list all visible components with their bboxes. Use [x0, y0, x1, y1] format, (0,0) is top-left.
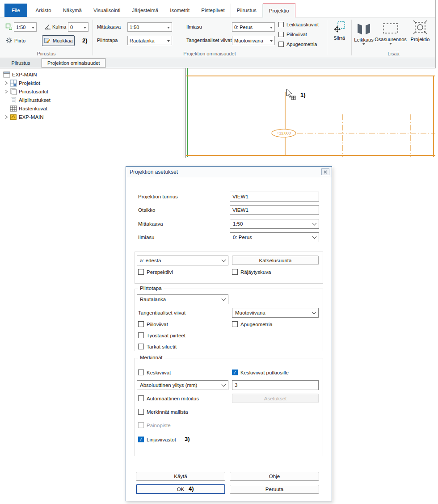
automaattinen-mitoitus-checkbox[interactable]: Automaattinen mitoitus [138, 395, 199, 401]
dialog-title: Projektion asetukset [130, 167, 178, 177]
ylitys-select[interactable]: Absoluuttinen ylitys (mm) [137, 380, 228, 390]
rajaytyskuva-checkbox[interactable]: Räjäytyskuva [232, 269, 271, 275]
peruuta-button[interactable]: Peruuta [230, 485, 319, 494]
checkbox-box [138, 269, 144, 275]
muokkaa-button[interactable]: Muokkaa [42, 35, 75, 46]
tangentiaaliset-label: Tangentiaaliset viivat [138, 308, 185, 318]
katselusuunta-select[interactable]: a: edestä [137, 256, 228, 265]
piiloviivat-checkbox[interactable]: Piiloviivat [278, 32, 307, 37]
menu-tab-projektio-active[interactable]: Projektio [263, 3, 295, 17]
otsikko-label: Otsikko [138, 205, 155, 215]
ilmiasu-combo[interactable]: 0: Perus [232, 22, 275, 32]
checkbox-box [232, 321, 238, 327]
linjaviivastot-checkbox[interactable]: Linjaviivastot [138, 437, 176, 442]
perspektiivi-checkbox[interactable]: Perspektiivi [138, 269, 173, 275]
menu-tab-piirustus[interactable]: Piirustus [231, 4, 263, 17]
otsikko-input[interactable] [230, 205, 319, 215]
chevron-right-icon[interactable] [3, 81, 10, 85]
tree-item-projektiot[interactable]: Projektiot [0, 79, 184, 87]
dropdown-arrow-icon [389, 43, 392, 46]
tab-piirustus[interactable]: Piirustus [0, 58, 42, 68]
menu-tab-pistepilvet[interactable]: Pistepilvet [195, 4, 230, 17]
siirra-label: Siirrä [333, 35, 345, 41]
keskiviivat-putkiosille-checkbox[interactable]: Keskiviivat putkiosille [232, 370, 289, 375]
tangentiaaliset-combo[interactable]: Muotoviivana [232, 36, 275, 45]
drawing-scale-combo[interactable]: 1:50 [14, 22, 37, 32]
menubar: File Arkisto Näkymä Visualisointi Järjes… [0, 0, 435, 17]
ilmiasu-value: 0: Perus [234, 25, 269, 30]
tangentiaaliset-value: Muotoviivana [235, 310, 312, 315]
keskiviivat-checkbox[interactable]: Keskiviivat [138, 370, 171, 375]
katselusuunta-button[interactable]: Katselusuunta [232, 256, 319, 265]
tab-projektion-ominaisuudet[interactable]: Projektion ominaisuudet [42, 58, 105, 68]
ohje-button[interactable]: Ohje [230, 472, 319, 481]
ylitys-mm-input[interactable] [232, 380, 319, 390]
move-arrows-icon [333, 21, 345, 34]
leikkaus-label: Leikkaus [354, 37, 373, 42]
mittakaava-select[interactable]: 1:50 [230, 219, 319, 229]
projektion-asetukset-dialog: Projektion asetukset Projektion tunnus O… [126, 166, 332, 501]
apugeometria-checkbox[interactable]: Apugeometria [232, 321, 273, 327]
kulma-label: Kulma [52, 22, 66, 32]
checkbox-box [278, 42, 284, 47]
tangentiaaliset-select[interactable]: Muotoviivana [232, 308, 319, 318]
kulma-value: 0 [70, 25, 82, 30]
menu-tab-arkisto[interactable]: Arkisto [30, 4, 57, 17]
piiloviivat-checkbox[interactable]: Piiloviivat [138, 321, 168, 327]
tree-item-rasterikuvat[interactable]: Rasterikuvat [0, 104, 184, 113]
apugeometria-checkbox[interactable]: Apugeometria [278, 42, 317, 47]
drawing-canvas[interactable]: +12.000 1) [185, 68, 436, 158]
ilmiasu-select[interactable]: 0: Perus [230, 232, 319, 242]
siirra-button[interactable]: Siirrä [328, 18, 350, 51]
chevron-right-icon[interactable] [3, 89, 10, 94]
dropdown-arrow-icon [270, 27, 273, 30]
mittakaava-label: Mittakaava [97, 22, 121, 32]
piirto-button[interactable]: Piirto [4, 36, 27, 46]
menu-tab-nakyma[interactable]: Näkymä [57, 4, 88, 17]
checkbox-label: Merkinnät mallista [147, 409, 188, 415]
kayta-button[interactable]: Käytä [136, 472, 225, 481]
projektio-button[interactable]: Projektio [408, 18, 433, 51]
checkbox-box [138, 370, 144, 375]
checkbox-box [278, 22, 284, 27]
ilmiasu-label: Ilmiasu [186, 22, 202, 32]
merkinnat-mallista-checkbox[interactable]: Merkinnät mallista [138, 409, 188, 415]
menu-tab-file[interactable]: File [4, 4, 27, 17]
workspace: EXP-MAIN Projektiot Piirustusarkit [0, 68, 435, 157]
checkbox-label: Linjaviivastot [147, 437, 176, 442]
tree-item-piirustusarkit[interactable]: Piirustusarkit [0, 87, 184, 96]
piirtotapa-combo[interactable]: Rautalanka [127, 36, 172, 45]
projektion-tunnus-input[interactable] [230, 192, 319, 202]
drawing-scale-value: 1:50 [16, 25, 30, 30]
angle-icon [44, 23, 51, 31]
menu-tab-isometrit[interactable]: Isometrit [164, 4, 195, 17]
piirtotapa-value: Rautalanka [140, 297, 222, 302]
piirto-label: Piirto [14, 38, 25, 43]
osasuurennos-button[interactable]: Osasuurennos [375, 18, 406, 51]
kulma-combo[interactable]: 0 [68, 22, 88, 32]
tree-item-alipiirustukset[interactable]: Alipiirustukset [0, 96, 184, 104]
muokkaa-label: Muokkaa [53, 38, 73, 43]
close-button[interactable] [321, 168, 329, 175]
leikkauskuviot-checkbox[interactable]: Leikkauskuviot [278, 22, 319, 27]
window-icon [3, 71, 11, 78]
ok-button[interactable]: OK [136, 484, 225, 494]
dialog-titlebar[interactable]: Projektion asetukset [126, 167, 332, 177]
tree-item-label: Projektiot [18, 80, 40, 86]
mittakaava-combo[interactable]: 1:50 [127, 22, 172, 32]
tree-root-exp-main[interactable]: EXP-MAIN [0, 70, 184, 79]
tyostavat-piirteet-checkbox[interactable]: Työstävät piirteet [138, 332, 185, 338]
chevron-right-icon[interactable] [3, 115, 10, 119]
checkbox-label: Apugeometria [240, 322, 273, 327]
leikkaus-button[interactable]: Leikkaus [353, 18, 375, 51]
ylitys-value: Absoluuttinen ylitys (mm) [140, 382, 222, 388]
piirtotapa-select[interactable]: Rautalanka [137, 294, 228, 304]
tree-item-exp-main-model[interactable]: EXP-MAIN [0, 113, 184, 121]
piirtotapa-label: Piirtotapa [97, 36, 118, 45]
tarkat-siluetit-checkbox[interactable]: Tarkat siluetit [138, 344, 177, 349]
menu-tab-jarjestelma[interactable]: Järjestelmä [126, 4, 164, 17]
menu-tab-visualisointi[interactable]: Visualisointi [88, 4, 126, 17]
subdrawing-icon [10, 97, 18, 104]
group-label-piirustus: Piirustus [0, 51, 93, 56]
sheets-icon [10, 88, 18, 95]
